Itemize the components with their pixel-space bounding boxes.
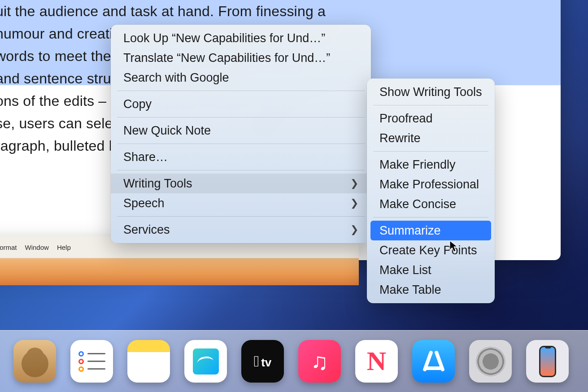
menu-item-copy[interactable]: Copy xyxy=(111,94,371,114)
menu-item-share[interactable]: Share… xyxy=(111,147,371,167)
chevron-right-icon: ❯ xyxy=(350,196,358,210)
dock-app-freeform[interactable] xyxy=(184,340,227,383)
submenu-item-proofread[interactable]: Proofread xyxy=(367,109,495,128)
dock-app-system-settings[interactable] xyxy=(469,340,512,383)
person-silhouette-icon xyxy=(26,348,44,366)
submenu-item-show-writing-tools[interactable]: Show Writing Tools xyxy=(367,82,495,102)
menu-item-lookup[interactable]: Look Up “New Capabilities for Und…” xyxy=(111,28,371,48)
menu-help[interactable]: Help xyxy=(57,244,71,251)
menu-separator xyxy=(117,117,365,118)
menu-item-new-quick-note[interactable]: New Quick Note xyxy=(111,121,371,140)
appletv-icon: tv xyxy=(254,353,272,370)
news-icon: N xyxy=(367,346,386,377)
chevron-right-icon: ❯ xyxy=(350,176,358,191)
menu-format[interactable]: Format xyxy=(0,244,17,251)
dock-app-notes[interactable] xyxy=(127,340,170,383)
submenu-item-make-concise[interactable]: Make Concise xyxy=(367,194,495,214)
appstore-icon xyxy=(422,349,446,374)
menu-separator xyxy=(373,217,488,218)
submenu-item-make-list[interactable]: Make List xyxy=(367,260,495,280)
freeform-icon xyxy=(193,348,219,375)
menu-separator xyxy=(117,170,365,170)
reminders-list-icon xyxy=(78,349,105,374)
menu-item-writing-tools[interactable]: Writing Tools ❯ xyxy=(111,174,371,193)
desktop: uit the audience and task at hand. From … xyxy=(0,0,588,392)
dock-app-iphone-mirroring[interactable] xyxy=(526,340,569,383)
context-menu: Look Up “New Capabilities for Und…” Tran… xyxy=(111,25,371,243)
menu-separator xyxy=(117,144,365,144)
doc-line: uit the audience and task at hand. From … xyxy=(0,0,520,22)
dock: tv ♫ N xyxy=(0,330,588,392)
menu-item-search-google[interactable]: Search with Google xyxy=(111,68,371,87)
submenu-item-make-table[interactable]: Make Table xyxy=(367,280,495,300)
submenu-item-make-friendly[interactable]: Make Friendly xyxy=(367,155,495,174)
iphone-icon xyxy=(539,346,556,377)
menu-separator xyxy=(117,216,365,217)
menu-item-speech[interactable]: Speech ❯ xyxy=(111,193,371,213)
dock-app-news[interactable]: N xyxy=(355,340,398,383)
menu-separator xyxy=(373,105,488,105)
submenu-item-make-professional[interactable]: Make Professional xyxy=(367,174,495,194)
writing-tools-submenu: Show Writing Tools Proofread Rewrite Mak… xyxy=(367,78,495,303)
submenu-item-rewrite[interactable]: Rewrite xyxy=(367,128,495,148)
menu-item-translate[interactable]: Translate “New Capabilities for Und…” xyxy=(111,48,371,68)
secondary-window-body xyxy=(0,258,359,285)
music-note-icon: ♫ xyxy=(311,348,328,375)
dock-app-appstore[interactable] xyxy=(412,340,455,383)
dock-app-contacts[interactable] xyxy=(13,340,56,383)
menu-item-services[interactable]: Services ❯ xyxy=(111,220,371,240)
menu-separator xyxy=(373,151,488,152)
submenu-item-create-key-points[interactable]: Create Key Points xyxy=(367,240,495,260)
menu-window[interactable]: Window xyxy=(25,244,49,251)
app-menu-bar: Format Window Help xyxy=(0,236,71,258)
dock-app-music[interactable]: ♫ xyxy=(298,340,341,383)
chevron-right-icon: ❯ xyxy=(350,222,358,237)
dock-region: tv ♫ N xyxy=(0,320,588,392)
dock-app-reminders[interactable] xyxy=(70,340,113,383)
dock-app-tv[interactable]: tv xyxy=(241,340,284,383)
gear-icon xyxy=(476,347,505,376)
submenu-item-summarize[interactable]: Summarize xyxy=(370,221,491,240)
menu-separator xyxy=(117,91,365,91)
